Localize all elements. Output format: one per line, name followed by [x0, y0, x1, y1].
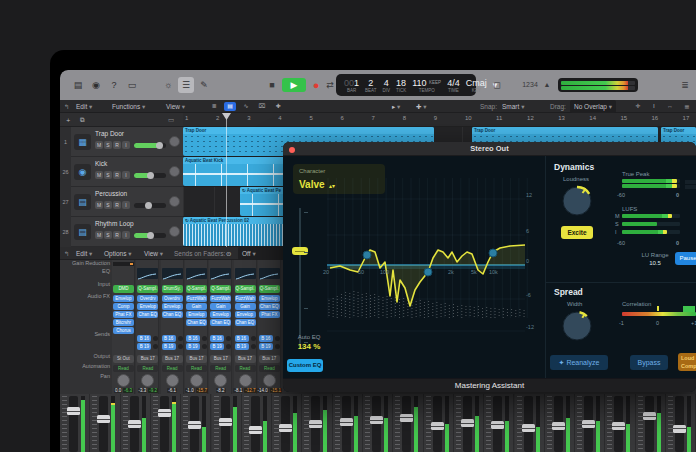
- channel-fx-gain[interactable]: Gain: [186, 303, 207, 310]
- channel-send-slot[interactable]: B 19: [235, 343, 256, 350]
- channel-input-button[interactable]: DrumSy.: [162, 285, 183, 293]
- fader-cap[interactable]: [370, 416, 383, 424]
- send-bus-button[interactable]: B 19: [210, 343, 224, 350]
- add-track-button[interactable]: ＋: [65, 113, 72, 126]
- channel-fader-20[interactable]: [636, 394, 666, 452]
- bypass-button[interactable]: Bypass: [630, 355, 668, 370]
- fader-cap[interactable]: [582, 420, 595, 428]
- channel-automation-button[interactable]: Read: [210, 365, 231, 372]
- command-tool-menu[interactable]: ✚ ▾: [416, 100, 427, 113]
- channel-fx-gain[interactable]: Gain: [210, 303, 231, 310]
- channel-output-button[interactable]: St Out: [113, 355, 134, 363]
- volume-knob[interactable]: [145, 202, 152, 209]
- stop-button[interactable]: ■: [266, 78, 278, 92]
- smart-controls-icon[interactable]: ☰: [178, 77, 194, 93]
- channel-fx-chan-eq[interactable]: Chan EQ: [186, 319, 207, 326]
- h-zoom-icon[interactable]: ↔: [664, 102, 676, 111]
- channel-pan-knob[interactable]: [190, 374, 203, 387]
- volume-knob[interactable]: [147, 172, 154, 179]
- fader-cap[interactable]: [279, 424, 292, 432]
- fader-cap[interactable]: [522, 424, 535, 432]
- channel-automation-button[interactable]: Read: [137, 365, 158, 372]
- track-m-button[interactable]: M: [95, 231, 103, 239]
- pause-button[interactable]: Pause: [675, 252, 696, 265]
- channel-fx-fuzzwah[interactable]: FuzzWah: [186, 295, 207, 302]
- flex-icon[interactable]: ⌧: [256, 102, 268, 111]
- send-level-knob[interactable]: [202, 336, 207, 341]
- group-icon[interactable]: ⧉: [80, 113, 85, 126]
- send-level-knob[interactable]: [251, 336, 256, 341]
- channel-strip-5[interactable]: Q-Sampl.FuzzWahGainEnvelopChan EQB 16B 1…: [209, 260, 232, 394]
- camera-icon[interactable]: ▤: [70, 77, 86, 93]
- loudness-knob[interactable]: [560, 184, 594, 222]
- channel-automation-button[interactable]: Read: [186, 365, 207, 372]
- channel-fx-chorus[interactable]: Chorus: [113, 327, 134, 334]
- fader-cap[interactable]: [643, 412, 656, 420]
- mixer-view-menu[interactable]: View ▾: [144, 247, 163, 260]
- channel-automation-button[interactable]: Read: [113, 365, 134, 372]
- mixer-options-menu[interactable]: Options ▾: [104, 247, 131, 260]
- channel-output-button[interactable]: Bus 17: [137, 355, 158, 363]
- track-i-button[interactable]: I: [122, 171, 130, 179]
- channel-send-slot[interactable]: B 16: [235, 335, 256, 342]
- reanalyze-button[interactable]: ✦ Reanalyze: [550, 355, 608, 370]
- channel-fx-envelop[interactable]: Envelop: [137, 303, 158, 310]
- list-editors-button[interactable]: ≣: [678, 78, 692, 92]
- track-i-button[interactable]: I: [122, 231, 130, 239]
- track-m-button[interactable]: M: [95, 171, 103, 179]
- channel-fader-12[interactable]: [393, 394, 423, 452]
- channel-fx-chan-eq[interactable]: Chan EQ: [235, 319, 256, 326]
- send-level-knob[interactable]: [202, 344, 207, 349]
- send-bus-button[interactable]: B 16: [210, 335, 224, 342]
- record-button[interactable]: ●: [310, 78, 322, 92]
- snap-menu[interactable]: Smart ▾: [502, 100, 524, 113]
- fader-cap[interactable]: [128, 420, 141, 428]
- channel-input-button[interactable]: Q-Sampl.: [235, 285, 256, 293]
- channel-fader-5[interactable]: [181, 394, 211, 452]
- channel-send-slot[interactable]: B 16: [162, 335, 183, 342]
- track-r-button[interactable]: R: [113, 231, 121, 239]
- track-m-button[interactable]: M: [95, 141, 103, 149]
- send-level-knob[interactable]: [153, 336, 158, 341]
- channel-fx-overdrv[interactable]: Overdrv: [137, 295, 158, 302]
- channel-fader-8[interactable]: [272, 394, 302, 452]
- channel-fader-3[interactable]: [121, 394, 151, 452]
- channel-output-button[interactable]: Bus 17: [235, 355, 256, 363]
- track-volume-slider[interactable]: [134, 203, 166, 208]
- metronome-button[interactable]: ▲: [542, 78, 552, 92]
- channel-fader-13[interactable]: [424, 394, 454, 452]
- send-level-knob[interactable]: [275, 336, 280, 341]
- channel-send-slot[interactable]: B 19: [137, 343, 158, 350]
- channel-pan-knob[interactable]: [263, 374, 276, 387]
- track-zoom-icon[interactable]: ▭: [168, 113, 174, 126]
- send-bus-button[interactable]: B 16: [186, 335, 200, 342]
- channel-output-button[interactable]: Bus 17: [259, 355, 280, 363]
- channel-pan-knob[interactable]: [166, 374, 179, 387]
- channel-strip-1[interactable]: DMDEnvelopCompPhat FXBitcrshrChorusSt Ou…: [112, 260, 135, 394]
- send-bus-button[interactable]: B 16: [259, 335, 273, 342]
- send-bus-button[interactable]: B 19: [186, 343, 200, 350]
- track-m-button[interactable]: M: [95, 201, 103, 209]
- functions-menu[interactable]: Functions ▾: [112, 100, 145, 113]
- fader-cap[interactable]: [491, 421, 504, 429]
- send-level-knob[interactable]: [226, 344, 231, 349]
- sends-on-faders-menu[interactable]: Off ▾: [238, 247, 286, 260]
- fader-cap[interactable]: [188, 421, 201, 429]
- channel-fx-phat-fx[interactable]: Phat FX: [113, 311, 134, 318]
- track-pan-knob[interactable]: [169, 226, 180, 237]
- track-volume-slider[interactable]: [134, 143, 166, 148]
- channel-strip-3[interactable]: DrumSy.OverdrvEnvelopChan EQB 16B 19Bus …: [161, 260, 184, 394]
- eq-analyzer-display[interactable]: [283, 156, 696, 378]
- channel-input-button[interactable]: Q-Sampl.: [210, 285, 231, 293]
- channel-eq-thumbnail[interactable]: [162, 268, 183, 279]
- channel-fader-10[interactable]: [333, 394, 363, 452]
- fader-cap[interactable]: [67, 407, 80, 415]
- channel-fader-19[interactable]: [605, 394, 635, 452]
- channel-fader-18[interactable]: [575, 394, 605, 452]
- send-level-knob[interactable]: [153, 344, 158, 349]
- crosshair-icon[interactable]: ✛: [632, 102, 644, 111]
- channel-send-slot[interactable]: B 16: [210, 335, 231, 342]
- send-level-knob[interactable]: [178, 344, 183, 349]
- automation-icon[interactable]: ∿: [240, 102, 252, 111]
- sends-power-icon[interactable]: ⊙: [226, 247, 231, 260]
